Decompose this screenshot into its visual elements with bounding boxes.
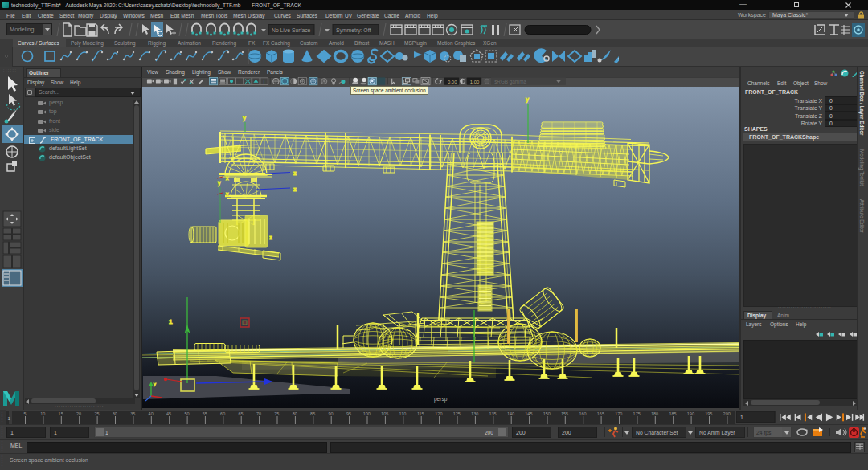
svg-text:y: y xyxy=(243,114,246,121)
svg-text:y: y xyxy=(526,96,529,103)
svg-text:100: 100 xyxy=(363,411,371,416)
svg-text:T: T xyxy=(262,79,265,84)
svg-text:x: x xyxy=(226,191,229,197)
svg-text:z: z xyxy=(269,234,272,241)
svg-text:95: 95 xyxy=(346,411,351,416)
svg-text:z: z xyxy=(293,186,297,193)
svg-text:50: 50 xyxy=(184,411,189,416)
svg-text:10: 10 xyxy=(40,411,45,416)
svg-text:15: 15 xyxy=(59,411,63,416)
svg-text:No Live Surface: No Live Surface xyxy=(272,27,311,33)
svg-text:160: 160 xyxy=(579,411,586,416)
svg-text:185: 185 xyxy=(669,411,676,416)
svg-text:20: 20 xyxy=(76,411,81,416)
svg-text:75: 75 xyxy=(274,411,279,416)
svg-text:25: 25 xyxy=(94,411,99,416)
svg-text:80: 80 xyxy=(293,411,297,416)
svg-text:0.00: 0.00 xyxy=(448,80,457,84)
svg-text:175: 175 xyxy=(633,411,641,416)
svg-text:45: 45 xyxy=(166,411,171,416)
svg-text:55: 55 xyxy=(203,411,207,416)
svg-text:125: 125 xyxy=(453,411,461,416)
svg-text:1: 1 xyxy=(740,415,743,420)
svg-text:30: 30 xyxy=(113,411,117,416)
svg-text:90: 90 xyxy=(329,411,334,416)
svg-text:65: 65 xyxy=(239,411,244,416)
svg-text:1.00: 1.00 xyxy=(470,80,480,84)
svg-text:1: 1 xyxy=(169,318,173,325)
svg-text:110: 110 xyxy=(399,411,407,416)
svg-text:190: 190 xyxy=(687,411,694,416)
svg-text:x: x xyxy=(226,175,229,181)
svg-text:200: 200 xyxy=(723,411,731,416)
svg-text:sRGB gamma: sRGB gamma xyxy=(494,79,526,85)
svg-text:5: 5 xyxy=(23,411,26,416)
svg-text:130: 130 xyxy=(471,411,478,416)
svg-text:165: 165 xyxy=(597,411,604,416)
svg-text:z: z xyxy=(293,170,297,177)
svg-text:195: 195 xyxy=(705,411,712,416)
svg-text:120: 120 xyxy=(435,411,442,416)
svg-text:40: 40 xyxy=(149,411,154,416)
svg-text:170: 170 xyxy=(615,411,622,416)
svg-text:105: 105 xyxy=(381,411,388,416)
svg-text:Symmetry: Off: Symmetry: Off xyxy=(336,27,371,34)
svg-text:150: 150 xyxy=(543,411,551,416)
svg-text:60: 60 xyxy=(220,411,225,416)
svg-text:85: 85 xyxy=(310,411,315,416)
svg-text:y: y xyxy=(154,382,156,386)
svg-text:145: 145 xyxy=(525,411,532,416)
svg-text:y: y xyxy=(218,180,221,186)
svg-text:155: 155 xyxy=(561,411,568,416)
svg-text:180: 180 xyxy=(651,411,658,416)
svg-text:70: 70 xyxy=(256,411,261,416)
svg-text:140: 140 xyxy=(507,411,514,416)
svg-text:115: 115 xyxy=(417,411,424,416)
svg-text:35: 35 xyxy=(130,411,135,416)
svg-text:135: 135 xyxy=(489,411,497,416)
